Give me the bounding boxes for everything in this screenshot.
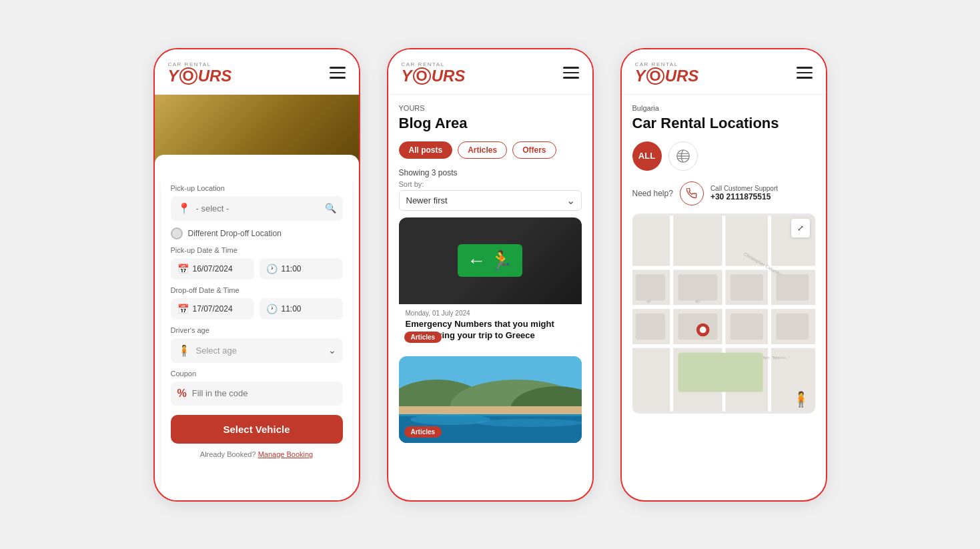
- phone-2-blog: car rental YOURS YOURS Blog Area All pos…: [387, 48, 594, 502]
- emergency-sign: ← 🏃: [458, 244, 522, 277]
- logo-urs-3: URS: [665, 68, 699, 84]
- hamburger-menu-3[interactable]: [797, 67, 813, 79]
- loc-filter-row: ALL: [632, 141, 815, 171]
- svg-rect-23: [730, 274, 763, 300]
- filter-all-button[interactable]: ALL: [632, 141, 662, 171]
- hamburger-line-3-2: [563, 77, 579, 79]
- tag-all-posts[interactable]: All posts: [399, 141, 453, 159]
- logo-main-3: YOURS: [635, 67, 699, 85]
- tag-offers[interactable]: Offers: [512, 141, 556, 159]
- map-expand-button[interactable]: ⤢: [791, 219, 810, 237]
- location-pin-icon: 📍: [177, 202, 191, 215]
- dropoff-time-value: 11:00: [282, 304, 302, 314]
- search-icon[interactable]: 🔍: [325, 203, 336, 213]
- dropoff-date-cell[interactable]: 📅 17/07/2024: [171, 298, 254, 320]
- logo-y-3: Y: [635, 68, 646, 84]
- drivers-age-select-row[interactable]: 🧍 Select age 18-25 26-65 66+ ⌄: [171, 338, 343, 363]
- filter-airport-button[interactable]: [668, 141, 698, 171]
- airplane-icon: [676, 149, 690, 163]
- locations-content: Bulgaria Car Rental Locations ALL Need h…: [622, 95, 826, 500]
- svg-rect-8: [399, 406, 582, 414]
- svg-rect-25: [776, 274, 809, 300]
- hamburger-menu-1[interactable]: [330, 67, 346, 79]
- hamburger-line-2: [330, 72, 346, 74]
- sort-by-label: Sort by:: [399, 180, 582, 188]
- hamburger-line-1: [330, 67, 346, 69]
- phone-1-booking: car rental YOURS Pick-up Location 📍 🔍 Di…: [153, 48, 360, 502]
- clock-icon-dropoff: 🕐: [266, 304, 278, 314]
- svg-point-31: [699, 326, 706, 333]
- hero-background: [155, 95, 359, 181]
- pickup-datetime-label: Pick-up Date & Time: [171, 246, 343, 254]
- svg-rect-27: [635, 274, 664, 300]
- logo-area-1: car rental YOURS: [168, 61, 232, 85]
- pickup-location-input-row[interactable]: 📍 🔍: [171, 196, 343, 221]
- toggle-switch[interactable]: [171, 227, 183, 239]
- sort-select-wrap[interactable]: Newer first Older first ⌄: [399, 190, 582, 211]
- phone-3-header: car rental YOURS: [622, 49, 826, 95]
- coupon-input-row[interactable]: %: [171, 382, 343, 406]
- svg-rect-21: [678, 274, 717, 300]
- blog-card-2[interactable]: Articles: [399, 356, 582, 443]
- hamburger-line-3-3: [797, 77, 813, 79]
- already-booked-text: Already Booked?: [200, 450, 256, 458]
- svg-point-7: [477, 419, 582, 427]
- call-support-label: Call Customer Support: [710, 185, 778, 192]
- phone-2-header: car rental YOURS: [388, 49, 592, 95]
- hamburger-menu-2[interactable]: [563, 67, 579, 79]
- loc-title: Car Rental Locations: [632, 115, 815, 132]
- calendar-icon-dropoff: 📅: [177, 304, 189, 314]
- tag-articles[interactable]: Articles: [458, 141, 507, 159]
- map-svg: бул. "Брокен" бул. "Брокен" Christopher …: [632, 213, 815, 414]
- svg-text:бул. "Кристо...": бул. "Кристо...": [763, 356, 790, 360]
- svg-rect-26: [776, 314, 809, 340]
- drivers-age-select[interactable]: Select age 18-25 26-65 66+: [196, 346, 323, 356]
- blog-card-1-badge: Articles: [404, 332, 442, 343]
- hamburger-line-3: [330, 77, 346, 79]
- pickup-date-cell[interactable]: 📅 16/07/2024: [171, 258, 254, 280]
- manage-booking-link[interactable]: Manage Booking: [258, 450, 314, 458]
- dropoff-time-cell[interactable]: 🕐 11:00: [260, 298, 343, 320]
- phone-1-header: car rental YOURS: [155, 49, 359, 95]
- loc-breadcrumb: Bulgaria: [632, 104, 815, 112]
- select-vehicle-button[interactable]: Select Vehicle: [171, 415, 343, 444]
- phone-svg: [686, 188, 697, 199]
- svg-rect-24: [730, 314, 763, 340]
- blog-card-1-image: ← 🏃: [399, 217, 582, 304]
- hamburger-line-1-3: [797, 67, 813, 69]
- blog-card-1[interactable]: ← 🏃 Articles Monday, 01 July 2024 Emerge…: [399, 217, 582, 348]
- percent-icon: %: [177, 388, 187, 400]
- pickup-location-input[interactable]: [196, 203, 320, 213]
- map-container: бул. "Брокен" бул. "Брокен" Christopher …: [632, 213, 815, 414]
- logo-urs-2: URS: [432, 68, 466, 84]
- showing-text: Showing 3 posts: [399, 168, 582, 177]
- emergency-arrow-icon: ←: [467, 250, 486, 271]
- map-person-marker: 🧍: [792, 391, 810, 408]
- logo-main-2: YOURS: [402, 67, 466, 85]
- already-booked-row: Already Booked? Manage Booking: [171, 450, 343, 458]
- dropoff-date-value: 17/07/2024: [193, 304, 233, 314]
- blog-content: YOURS Blog Area All posts Articles Offer…: [388, 95, 592, 500]
- coupon-label: Coupon: [171, 370, 343, 378]
- sort-select[interactable]: Newer first Older first: [399, 190, 582, 211]
- pickup-time-value: 11:00: [282, 264, 302, 273]
- logo-y-2: Y: [402, 68, 412, 84]
- pickup-time-cell[interactable]: 🕐 11:00: [260, 258, 343, 280]
- help-label: Need help?: [632, 189, 673, 198]
- pickup-datetime-row: 📅 16/07/2024 🕐 11:00: [171, 258, 343, 280]
- dropoff-datetime-label: Drop-off Date & Time: [171, 286, 343, 294]
- blog-title: Blog Area: [399, 115, 582, 132]
- logo-o-circle-3: O: [646, 67, 664, 85]
- pickup-location-label: Pick-up Location: [171, 184, 343, 192]
- logo-o-circle: O: [179, 67, 197, 85]
- calendar-icon-pickup: 📅: [177, 263, 189, 274]
- call-support-text: Call Customer Support +30 2111875515: [710, 185, 778, 201]
- help-row: Need help? Call Customer Support +30 211…: [632, 181, 815, 205]
- different-dropoff-label: Different Drop-off Location: [188, 229, 282, 238]
- blog-card-2-badge: Articles: [404, 426, 442, 438]
- coupon-input[interactable]: [192, 388, 336, 398]
- pickup-date-value: 16/07/2024: [193, 264, 233, 273]
- bg-curve: [155, 155, 359, 181]
- person-icon: 🧍: [177, 344, 191, 357]
- chevron-down-icon-age: ⌄: [328, 345, 336, 356]
